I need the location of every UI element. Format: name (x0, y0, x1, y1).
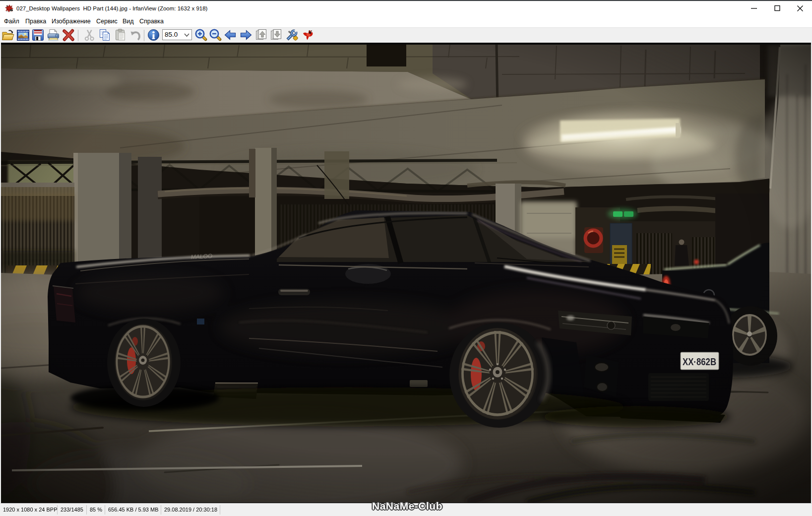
svg-text:85.0: 85.0 (165, 31, 178, 38)
